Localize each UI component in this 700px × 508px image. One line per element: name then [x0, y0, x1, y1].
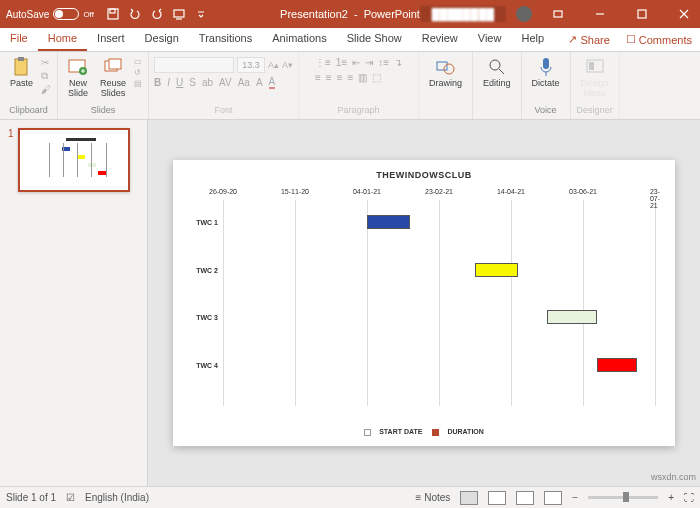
svg-rect-5 — [15, 59, 27, 75]
slideshow-view-icon[interactable] — [544, 491, 562, 505]
font-color-icon[interactable]: A — [269, 76, 276, 89]
indent-right-icon[interactable]: ⇥ — [365, 57, 373, 68]
share-button[interactable]: ↗Share — [560, 28, 617, 51]
font-family-input[interactable] — [154, 57, 234, 73]
minimize-icon[interactable] — [584, 0, 616, 28]
numbering-icon[interactable]: 1≡ — [336, 57, 347, 68]
smartart-icon[interactable]: ⬚ — [372, 72, 381, 83]
normal-view-icon[interactable] — [460, 491, 478, 505]
new-slide-button[interactable]: New Slide — [64, 57, 92, 99]
svg-point-13 — [490, 60, 500, 70]
indent-left-icon[interactable]: ⇤ — [352, 57, 360, 68]
copy-icon[interactable]: ⧉ — [41, 70, 51, 82]
fit-to-window-icon[interactable]: ⛶ — [684, 492, 694, 503]
spell-check-icon[interactable]: ☑ — [66, 492, 75, 503]
sorter-view-icon[interactable] — [488, 491, 506, 505]
svg-rect-14 — [543, 58, 549, 69]
thumb-number: 1 — [8, 128, 14, 192]
svg-rect-3 — [554, 11, 562, 17]
underline-icon[interactable]: U — [176, 77, 183, 88]
reset-icon[interactable]: ↺ — [134, 68, 142, 77]
tab-slideshow[interactable]: Slide Show — [337, 28, 412, 51]
cut-icon[interactable]: ✂ — [41, 57, 51, 68]
save-icon[interactable] — [106, 7, 120, 21]
group-drawing: Drawing — [419, 52, 473, 119]
drawing-button[interactable]: Drawing — [425, 57, 466, 89]
tab-animations[interactable]: Animations — [262, 28, 336, 51]
zoom-slider[interactable] — [588, 496, 658, 499]
svg-rect-6 — [18, 57, 24, 61]
shadow-icon[interactable]: ab — [202, 77, 213, 88]
decrease-font-icon[interactable]: A▾ — [282, 60, 293, 70]
slide-thumbnail-1[interactable] — [18, 128, 130, 192]
layout-icon[interactable]: ▭ — [134, 57, 142, 66]
user-name[interactable]: ████████ — [420, 6, 506, 22]
status-bar: Slide 1 of 1 ☑ English (India) ≡ Notes −… — [0, 486, 700, 508]
format-painter-icon[interactable]: 🖌 — [41, 84, 51, 95]
undo-icon[interactable] — [128, 7, 142, 21]
start-from-beginning-icon[interactable] — [172, 7, 186, 21]
slide-thumbnail-panel[interactable]: 1 — [0, 120, 148, 486]
group-font: A▴ A▾ B I U S ab AV Aa A A Font — [149, 52, 299, 119]
editing-button[interactable]: Editing — [479, 57, 515, 89]
increase-font-icon[interactable]: A▴ — [268, 60, 279, 70]
language-status[interactable]: English (India) — [85, 492, 149, 503]
line-spacing-icon[interactable]: ↕≡ — [378, 57, 389, 68]
tab-view[interactable]: View — [468, 28, 512, 51]
title-bar: AutoSave Off Presentation2 - PowerPoint … — [0, 0, 700, 28]
slide-canvas-area[interactable]: THEWINDOWSCLUB 26-09-2015-11-2004-01-212… — [148, 120, 700, 486]
strike-icon[interactable]: S — [189, 77, 196, 88]
drawing-label — [444, 105, 447, 117]
notes-button[interactable]: ≡ Notes — [416, 492, 451, 503]
tab-transitions[interactable]: Transitions — [189, 28, 262, 51]
paste-button[interactable]: Paste — [6, 57, 37, 89]
bullets-icon[interactable]: ⋮≡ — [315, 57, 331, 68]
tab-review[interactable]: Review — [412, 28, 468, 51]
redo-icon[interactable] — [150, 7, 164, 21]
avatar[interactable] — [516, 6, 532, 22]
bold-icon[interactable]: B — [154, 77, 161, 88]
spacing-icon[interactable]: AV — [219, 77, 232, 88]
zoom-in-icon[interactable]: + — [668, 492, 674, 503]
svg-rect-16 — [589, 62, 594, 70]
columns-icon[interactable]: ▥ — [358, 72, 367, 83]
slide-count: Slide 1 of 1 — [6, 492, 56, 503]
group-clipboard: Paste ✂ ⧉ 🖌 Clipboard — [0, 52, 58, 119]
justify-icon[interactable]: ≡ — [348, 72, 354, 83]
maximize-icon[interactable] — [626, 0, 658, 28]
tab-insert[interactable]: Insert — [87, 28, 135, 51]
zoom-out-icon[interactable]: − — [572, 492, 578, 503]
qat-dropdown-icon[interactable] — [194, 7, 208, 21]
gantt-bar — [597, 358, 637, 372]
text-direction-icon[interactable]: ↴ — [394, 57, 402, 68]
reuse-slides-button[interactable]: Reuse Slides — [96, 57, 130, 99]
x-tick-label: 14-04-21 — [497, 188, 525, 195]
align-center-icon[interactable]: ≡ — [326, 72, 332, 83]
comments-button[interactable]: ☐Comments — [618, 28, 700, 51]
slide[interactable]: THEWINDOWSCLUB 26-09-2015-11-2004-01-212… — [173, 160, 675, 446]
x-tick-label: 26-09-20 — [209, 188, 237, 195]
clear-format-icon[interactable]: A — [256, 77, 263, 88]
design-ideas-button[interactable]: Design Ideas — [577, 57, 613, 99]
font-size-input[interactable] — [237, 57, 265, 73]
tab-design[interactable]: Design — [135, 28, 189, 51]
y-category-label: TWC 3 — [173, 314, 218, 321]
reading-view-icon[interactable] — [516, 491, 534, 505]
y-category-label: TWC 2 — [173, 266, 218, 273]
autosave-toggle[interactable]: AutoSave Off — [6, 8, 94, 20]
group-slides: New Slide Reuse Slides ▭ ↺ ▤ Slides — [58, 52, 149, 119]
dictate-button[interactable]: Dictate — [528, 57, 564, 89]
x-tick-label: 15-11-20 — [281, 188, 309, 195]
align-left-icon[interactable]: ≡ — [315, 72, 321, 83]
tab-help[interactable]: Help — [511, 28, 554, 51]
ribbon-display-icon[interactable] — [542, 0, 574, 28]
section-icon[interactable]: ▤ — [134, 79, 142, 88]
clipboard-icon — [12, 57, 32, 77]
italic-icon[interactable]: I — [167, 77, 170, 88]
tab-file[interactable]: File — [0, 28, 38, 51]
tab-home[interactable]: Home — [38, 28, 87, 51]
close-icon[interactable] — [668, 0, 700, 28]
case-icon[interactable]: Aa — [238, 77, 250, 88]
align-right-icon[interactable]: ≡ — [337, 72, 343, 83]
editing-label — [496, 105, 499, 117]
